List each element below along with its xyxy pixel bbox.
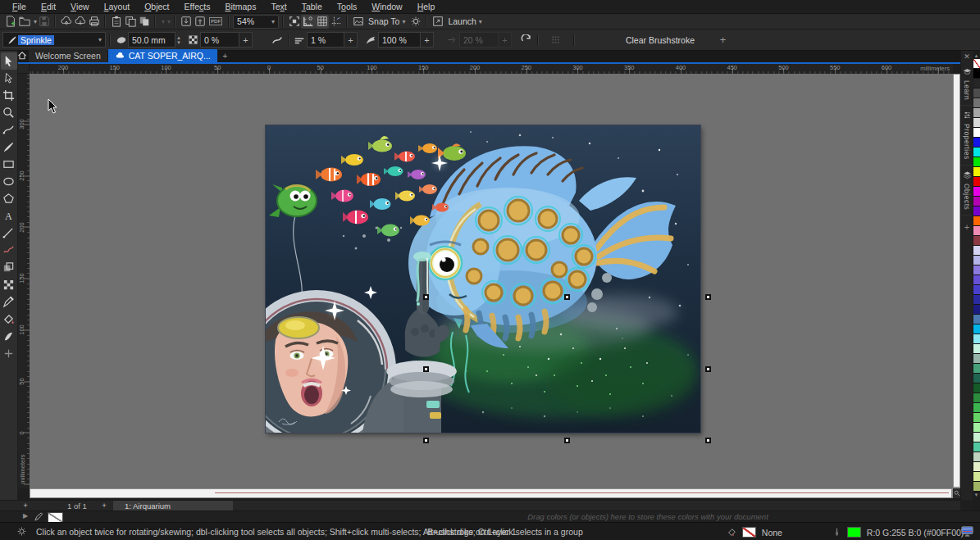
color-swatch[interactable] — [973, 275, 980, 285]
color-swatch[interactable] — [973, 315, 980, 324]
menu-edit[interactable]: Edit — [34, 1, 63, 12]
palette-scroll-down[interactable]: ▼ — [974, 492, 979, 497]
brush-scale-field[interactable]: 100 % — [378, 32, 421, 48]
zoom-level-combo[interactable]: 54%▾ — [233, 15, 279, 29]
close-icon[interactable]: ✕ — [964, 51, 970, 62]
color-swatch[interactable] — [973, 482, 980, 492]
open-from-cloud-icon[interactable] — [59, 15, 73, 29]
ellipse-tool[interactable] — [1, 173, 17, 190]
shape-tool[interactable] — [1, 70, 17, 87]
line-tool[interactable] — [1, 225, 17, 242]
display-monitor-icon[interactable] — [961, 526, 973, 538]
docker-tab-properties[interactable]: Properties — [961, 106, 973, 166]
color-swatch[interactable] — [973, 344, 980, 354]
color-swatch[interactable] — [973, 265, 980, 275]
selection-handle[interactable] — [423, 438, 429, 443]
palette-scroll-up[interactable]: ▲ — [974, 53, 979, 58]
color-swatch[interactable] — [973, 383, 980, 393]
document-tab-1[interactable]: CAT SOPER_AIRQ... — [108, 49, 217, 62]
color-swatch[interactable] — [973, 157, 980, 167]
color-swatch[interactable] — [973, 187, 980, 197]
show-grid-icon[interactable] — [315, 15, 329, 29]
crop-tool[interactable] — [1, 87, 17, 104]
color-swatch[interactable] — [973, 305, 980, 315]
menu-file[interactable]: File — [5, 1, 34, 12]
color-swatch-none[interactable] — [973, 59, 980, 69]
menu-text[interactable]: Text — [263, 1, 294, 12]
selection-handle[interactable] — [705, 366, 711, 372]
duplicate-icon[interactable] — [137, 15, 151, 29]
color-swatch[interactable] — [973, 216, 980, 226]
menu-help[interactable]: Help — [410, 1, 443, 12]
add-tool[interactable] — [1, 345, 17, 362]
launch-icon[interactable] — [431, 15, 444, 29]
fill-tool[interactable] — [1, 311, 17, 328]
document-tab-0[interactable]: Welcome Screen — [29, 49, 107, 62]
color-swatch[interactable] — [973, 442, 980, 452]
save-icon[interactable] — [37, 15, 51, 29]
color-swatch[interactable] — [973, 69, 980, 79]
drop-shadow-tool[interactable] — [1, 259, 17, 276]
show-rulers-icon[interactable] — [301, 15, 315, 29]
outline-status[interactable]: R:0 G:255 B:0 (#00FF00) — [832, 527, 964, 538]
color-swatch[interactable] — [973, 256, 980, 265]
color-swatch[interactable] — [973, 226, 980, 236]
selection-handle[interactable] — [705, 438, 711, 443]
publish-to-pdf-icon[interactable]: PDF — [207, 15, 225, 29]
export-icon[interactable] — [193, 15, 207, 29]
options-gear-icon[interactable] — [408, 15, 422, 29]
zoom-tool[interactable] — [1, 104, 17, 121]
menu-view[interactable]: View — [63, 1, 97, 12]
brush-rate-stepper[interactable]: + — [344, 32, 358, 48]
color-swatch[interactable] — [973, 98, 980, 108]
ruler-origin-corner[interactable] — [18, 64, 30, 74]
paste-icon[interactable] — [109, 15, 123, 29]
selection-handle[interactable] — [423, 366, 429, 372]
color-swatch[interactable] — [973, 147, 980, 157]
vertical-ruler[interactable]: 300250200150100500millimeters — [18, 74, 30, 488]
selection-handle[interactable] — [564, 294, 570, 300]
color-swatch[interactable] — [973, 374, 980, 383]
zoom-corner-button[interactable] — [953, 488, 960, 498]
brush-transparency-stepper[interactable]: + — [239, 32, 253, 48]
color-swatch[interactable] — [973, 393, 980, 403]
fill-status[interactable]: None — [727, 527, 782, 538]
color-swatch[interactable] — [973, 167, 980, 177]
color-swatch[interactable] — [973, 177, 980, 187]
nib-size-spinner[interactable]: ▲▼ — [176, 33, 181, 47]
selection-handle[interactable] — [423, 294, 429, 300]
new-document-icon[interactable] — [3, 15, 17, 29]
copy-icon[interactable] — [123, 15, 137, 29]
color-swatch[interactable] — [973, 472, 980, 482]
nib-size-field[interactable]: 50.0 mm — [128, 32, 175, 48]
docker-tab-objects[interactable]: Objects — [961, 166, 973, 216]
artistic-media-tool[interactable] — [1, 138, 17, 156]
color-swatch[interactable] — [973, 246, 980, 256]
snap-to-dropdown[interactable]: Snap To▾ — [365, 15, 408, 28]
color-swatch[interactable] — [973, 354, 980, 364]
add-page-button[interactable]: + — [20, 501, 31, 510]
color-swatch[interactable] — [973, 324, 980, 334]
color-swatch[interactable] — [973, 206, 980, 216]
color-swatch[interactable] — [973, 364, 980, 374]
selection-handle[interactable] — [705, 294, 711, 300]
color-swatch[interactable] — [973, 138, 980, 147]
color-swatch[interactable] — [973, 413, 980, 423]
brushstroke-style-combo[interactable]: Sprinkle ▾ — [2, 32, 106, 48]
color-swatch[interactable] — [973, 285, 980, 295]
palette-expand-icon[interactable]: ▶ — [23, 512, 28, 520]
horizontal-ruler[interactable]: 2001501005005010015020025030035040045050… — [30, 64, 953, 74]
fullscreen-preview-icon[interactable] — [287, 15, 301, 29]
color-swatch[interactable] — [973, 118, 980, 128]
color-swatch[interactable] — [973, 79, 980, 88]
horizontal-scrollbar[interactable] — [30, 488, 953, 498]
color-swatch[interactable] — [973, 236, 980, 246]
pick-tool[interactable] — [1, 52, 17, 70]
color-swatch[interactable] — [973, 197, 980, 206]
print-icon[interactable] — [87, 15, 101, 29]
color-swatch[interactable] — [973, 334, 980, 344]
color-swatch[interactable] — [973, 295, 980, 305]
open-document-icon[interactable] — [17, 15, 31, 29]
brush-rate-field[interactable]: 1 % — [307, 32, 344, 48]
launch-dropdown[interactable]: Launch▾ — [444, 15, 485, 28]
